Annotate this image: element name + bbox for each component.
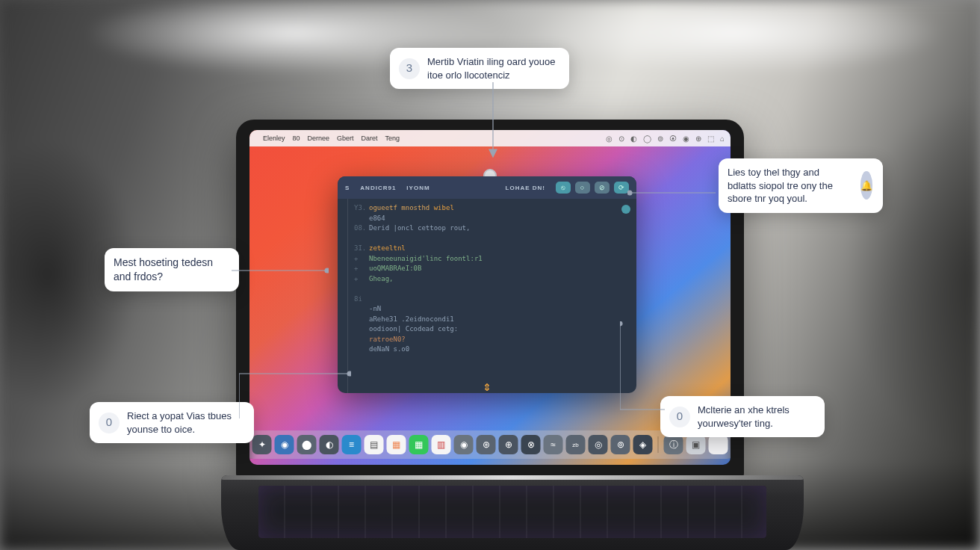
- dock-separator: [658, 436, 659, 453]
- dock-app-icon[interactable]: ◉: [275, 435, 294, 454]
- step-number-badge: 3: [399, 58, 420, 79]
- svg-point-1: [627, 191, 632, 195]
- code-line: [347, 284, 627, 294]
- terminal-control-icon[interactable]: ○: [575, 182, 590, 194]
- status-icon[interactable]: ⦿: [669, 135, 677, 143]
- status-icon[interactable]: ⊕: [695, 135, 701, 143]
- menubar-status-area: ◎ ⊙ ◐ ◯ ⊚ ⦿ ◉ ⊕ ⬚ ⌂: [606, 135, 725, 143]
- menubar-item[interactable]: Dernee: [308, 135, 330, 142]
- connector-line: [239, 366, 351, 426]
- terminal-title-right: LOHAE DN!: [506, 185, 545, 191]
- bell-icon[interactable]: 🔔: [860, 171, 872, 200]
- terminal-window: S ANDICR91 IYONM LOHAE DN! ⎋ ○ ⊘ ⟳ Y3.o: [338, 176, 636, 393]
- dock-app-icon[interactable]: zb: [566, 435, 586, 454]
- dock-app-icon[interactable]: ⊛: [477, 435, 496, 454]
- connector-line: [620, 321, 680, 418]
- svg-point-2: [325, 268, 329, 273]
- step-number-badge: 0: [99, 412, 120, 433]
- terminal-gutter: [338, 199, 348, 393]
- status-icon[interactable]: ⊙: [618, 135, 624, 143]
- callout-text: Mest hoseting tedesn and frdos?: [114, 256, 229, 284]
- menubar-item[interactable]: Daret: [362, 135, 378, 142]
- dock-app-icon[interactable]: ≡: [342, 435, 362, 454]
- code-line: 08.Derid |oncl cettoop rout,: [347, 223, 627, 234]
- code-line: 8i: [347, 294, 627, 305]
- svg-marker-0: [489, 149, 497, 157]
- code-line: +Gheag,: [347, 274, 627, 285]
- terminal-control-icon[interactable]: ⟳: [614, 182, 629, 194]
- dock-app-icon[interactable]: ◉: [454, 435, 474, 454]
- terminal-controls: ⎋ ○ ⊘ ⟳: [556, 182, 629, 194]
- terminal-title-left: S: [345, 185, 350, 191]
- code-line: aRehe31 .2eidnocondi1: [347, 315, 627, 325]
- macos-dock: ✦◉⬤◐≡▤▦▦▥◉⊛⊕⊗≈zb◎⊚◈ ⓘ▣: [249, 430, 731, 459]
- svg-point-3: [347, 371, 351, 376]
- dock-app-icon[interactable]: ✦: [252, 435, 272, 454]
- dock-app-icon[interactable]: ⊚: [611, 435, 630, 454]
- resize-arrow-icon[interactable]: ⇕: [483, 376, 491, 393]
- callout-step-0-left: 0 Riect a yopat Vias tbues younse tto oi…: [90, 402, 254, 443]
- code-line: Y3.ogueetf mnosthd wibel: [347, 203, 627, 214]
- status-dot-icon[interactable]: [621, 205, 630, 214]
- status-icon[interactable]: ⊚: [657, 135, 663, 143]
- status-icon[interactable]: ◐: [630, 135, 637, 143]
- dock-app-icon[interactable]: ≈: [544, 435, 563, 454]
- callout-info: Lies toy thel thgy and bdlatts siopol tr…: [719, 158, 883, 213]
- status-icon[interactable]: ⬚: [707, 135, 714, 143]
- dock-app-icon[interactable]: ◈: [633, 435, 653, 454]
- callout-question: Mest hoseting tedesn and frdos?: [105, 248, 239, 291]
- connector-line: [232, 263, 329, 278]
- code-line: +Nbeneeunaigid'linc foontl:r1: [347, 254, 627, 265]
- dock-app-icon[interactable]: ▦: [387, 435, 406, 454]
- terminal-titlebar[interactable]: S ANDICR91 IYONM LOHAE DN! ⎋ ○ ⊘ ⟳: [338, 176, 636, 199]
- code-line: deNaN s.o0: [347, 344, 627, 355]
- status-icon[interactable]: ◉: [683, 135, 689, 143]
- terminal-control-icon[interactable]: ⊘: [595, 182, 610, 194]
- callout-text: Mertib Vriatin iling oard youoe itoe orl…: [427, 55, 559, 81]
- connector-line: [478, 82, 508, 164]
- terminal-body[interactable]: Y3.ogueetf mnosthd wibele86408.Derid |on…: [338, 199, 636, 393]
- menubar-item[interactable]: Gbert: [337, 135, 354, 142]
- code-line: -nN: [347, 304, 627, 315]
- dock-app-icon[interactable]: ▥: [432, 435, 451, 454]
- dock-app-icon[interactable]: ◐: [320, 435, 339, 454]
- terminal-tab[interactable]: ANDICR91: [360, 185, 396, 191]
- dock-app-icon[interactable]: ⓘ: [664, 435, 683, 454]
- dock-app-icon[interactable]: ◎: [589, 435, 608, 454]
- dock-app-icon[interactable]: ⬤: [297, 435, 317, 454]
- code-line: 3I.zeteeltnl: [347, 244, 627, 254]
- status-icon[interactable]: ◎: [606, 135, 612, 143]
- callout-text: Mclterie an xhe ktrels yourwesy'ter ting…: [698, 404, 814, 430]
- menubar-item[interactable]: Elenley: [263, 135, 285, 142]
- dock-app-icon[interactable]: ⊗: [521, 435, 541, 454]
- callout-step-0-right: 0 Mclterie an xhe ktrels yourwesy'ter ti…: [660, 396, 825, 437]
- connector-line: [627, 185, 725, 200]
- dock-app-icon[interactable]: [709, 435, 728, 454]
- menubar-item[interactable]: Teng: [385, 135, 400, 142]
- code-line: ratroeN0?: [347, 335, 627, 345]
- svg-point-4: [620, 321, 622, 326]
- code-line: +uoQMABRAeI:0B: [347, 264, 627, 274]
- status-icon[interactable]: ◯: [643, 135, 651, 143]
- menubar-item[interactable]: 80: [293, 135, 300, 142]
- dock-app-icon[interactable]: ▤: [365, 435, 384, 454]
- terminal-tab[interactable]: IYONM: [406, 185, 429, 191]
- code-line: e864: [347, 214, 627, 224]
- code-line: [347, 234, 627, 244]
- status-icon[interactable]: ⌂: [720, 135, 725, 143]
- callout-text: Riect a yopat Vias tbues younse tto oice…: [127, 410, 244, 436]
- dock-app-icon[interactable]: ▦: [409, 435, 429, 454]
- dock-app-icon[interactable]: ▣: [686, 435, 706, 454]
- code-line: oodioon| Ccodead cetg:: [347, 324, 627, 335]
- laptop-base: [221, 475, 804, 550]
- callout-text: Lies toy thel thgy and bdlatts siopol tr…: [728, 166, 849, 206]
- dock-app-icon[interactable]: ⊕: [499, 435, 518, 454]
- laptop-keyboard: [258, 486, 766, 538]
- terminal-control-icon[interactable]: ⎋: [556, 182, 571, 194]
